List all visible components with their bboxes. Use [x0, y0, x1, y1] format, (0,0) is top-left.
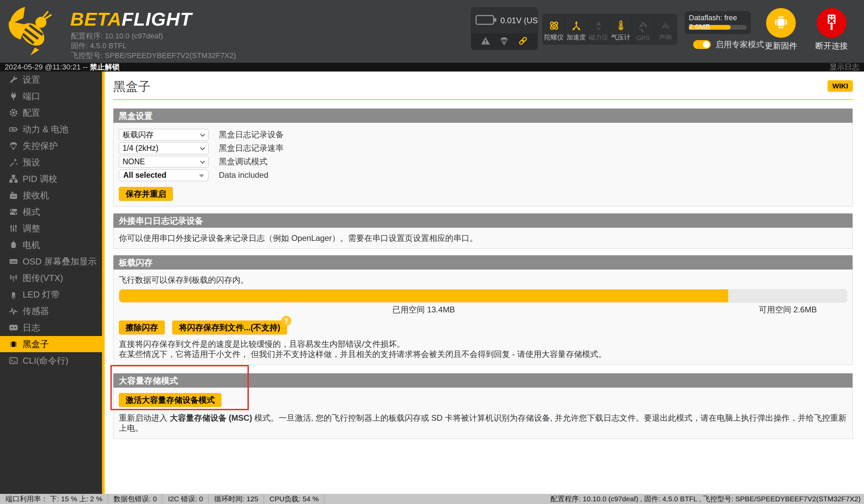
plug-icon: [9, 91, 18, 101]
sitemap-icon: [9, 174, 18, 184]
blackbox-rate-label: 黑盒日志记录速率: [219, 143, 284, 153]
firmware-version: 固件: 4.5.0 BTFL: [71, 41, 236, 51]
flash-free-label-box: 可用空间 2.6MB: [728, 304, 847, 315]
wiki-button[interactable]: WIKI: [828, 80, 853, 92]
motor-icon: [9, 240, 18, 250]
wrench-icon: [9, 75, 18, 84]
toggles-icon: [9, 207, 18, 217]
flash-warning-line2: 在某些情况下，它将适用于小文件， 但我们并不支持这样做，并且相关的支持请求将会被…: [119, 349, 847, 359]
sensor-sonar: 声呐: [654, 14, 676, 44]
receiver-icon: [9, 190, 18, 200]
barometer-icon: [615, 20, 626, 32]
magnetometer-icon: N: [593, 20, 604, 32]
sensor-accelerometer: 加速度: [565, 14, 587, 44]
blackbox-rate-select[interactable]: 1/4 (2kHz): [119, 143, 209, 154]
main-content: 黑盒子 WIKI 黑盒设置 板载闪存 黑盒日志记录设备 1/4 (2kHz): [105, 72, 864, 494]
onboard-flash-text: 飞行数据可以保存到板载的闪存内。: [119, 275, 847, 285]
sidebar-item-pid-tuning[interactable]: PID 调校: [0, 171, 102, 187]
dataflash-label: Dataflash: free: [689, 14, 747, 22]
blackbox-settings-card: 黑盒设置 板载闪存 黑盒日志记录设备 1/4 (2kHz) 黑盒日志记录速率: [113, 108, 853, 207]
warning-icon: [480, 36, 491, 47]
version-info: 配置程序: 10.10.0 (c97deaf) 固件: 4.5.0 BTFL 飞…: [71, 31, 236, 60]
vtx-antenna-icon: [9, 273, 18, 283]
led-icon: [9, 290, 18, 299]
activate-msc-button[interactable]: 激活大容量存储设备模式: [119, 393, 221, 407]
sidebar-item-blackbox[interactable]: 黑盒子: [0, 336, 102, 353]
app-header: BETAFLIGHT 配置程序: 10.10.0 (c97deaf) 固件: 4…: [0, 0, 864, 63]
data-included-label: Data included: [219, 170, 268, 180]
sidebar-item-failsafe[interactable]: 失控保护: [0, 138, 102, 154]
sidebar-accent-bar: [102, 72, 105, 494]
sensor-barometer: 气压计: [610, 14, 632, 44]
sidebar-item-modes[interactable]: 模式: [0, 204, 102, 220]
sidebar-item-power-battery[interactable]: 动力 & 电池: [0, 121, 102, 138]
flash-used-label-box: 已用空间 13.4MB: [119, 304, 728, 315]
blackbox-settings-header: 黑盒设置: [113, 109, 853, 123]
cpu-load-status: CPU负载: 54 %: [264, 494, 324, 504]
sidebar-item-logging[interactable]: 日志: [0, 319, 102, 336]
gear-icon: [9, 108, 18, 118]
osd-icon: OSD: [9, 257, 18, 266]
parachute-icon: [9, 141, 18, 150]
flash-usage-bar: [119, 289, 847, 303]
usb-link-icon: [518, 36, 528, 47]
sidebar-item-motors[interactable]: 电机: [0, 237, 102, 253]
dataflash-indicator: Dataflash: free 2.6MB: [685, 11, 751, 34]
log-status-bar: 2024-05-29 @11:30:21 -- 禁止解锁 显示日志: [0, 63, 864, 72]
mass-storage-text: 重新启动进入 大容量存储设备 (MSC) 模式。一旦激活, 您的飞行控制器上的板…: [119, 413, 847, 433]
disconnect-button[interactable]: 断开连接: [808, 8, 855, 51]
log-timestamp: 2024-05-29 @11:30:21 -- 禁止解锁: [5, 63, 120, 72]
sidebar-item-sensors[interactable]: 传感器: [0, 303, 102, 319]
sidebar-nav: 设置 端口 配置 动力 & 电池 失控保护 预设 PID 调校 接收机: [0, 72, 102, 494]
mass-storage-card: 大容量存储模式 激活大容量存储设备模式 重新启动进入 大容量存储设备 (MSC)…: [113, 373, 853, 439]
battery-icon: [9, 124, 18, 134]
dataflash-free-value: 2.6MB: [689, 23, 710, 32]
sidebar-item-vtx[interactable]: 图传(VTX): [0, 270, 102, 286]
flash-warning-line1: 直接将闪存保存到文件是的速度是比较缓慢的，且容易发生内部错误/文件损坏。: [119, 339, 847, 349]
blackbox-device-label: 黑盒日志记录设备: [219, 129, 284, 140]
accelerometer-icon: [571, 20, 582, 32]
sidebar-item-presets[interactable]: 预设: [0, 154, 102, 171]
sidebar-item-receiver[interactable]: 接收机: [0, 187, 102, 204]
sliders-icon: [9, 224, 18, 233]
save-flash-to-file-button[interactable]: 将闪存保存到文件...(不支持): [172, 320, 287, 334]
gyro-icon: [548, 20, 560, 32]
sensor-gyro: 陀螺仪: [543, 14, 565, 44]
page-title: 黑盒子: [113, 78, 853, 95]
help-icon[interactable]: ?: [281, 316, 291, 326]
sensor-status-bar: 陀螺仪 加速度 N: [543, 14, 677, 45]
expert-mode-toggle[interactable]: [693, 40, 711, 49]
flash-used-fill: [119, 290, 728, 302]
show-log-link[interactable]: 显示日志: [830, 63, 859, 72]
sidebar-item-led-strip[interactable]: LED 灯带: [0, 286, 102, 303]
betaflight-bee-logo-icon: [5, 5, 63, 57]
sidebar-item-ports[interactable]: 端口: [0, 88, 102, 105]
flash-free-label: 可用空间 2.6MB: [759, 305, 817, 314]
data-included-multiselect[interactable]: All selected: [119, 169, 209, 181]
serial-logging-header: 外接串口日志记录设备: [113, 213, 853, 228]
save-reboot-button[interactable]: 保存并重启: [119, 187, 173, 201]
betaflight-wordmark: BETAFLIGHT: [70, 8, 192, 30]
triangle-down-icon: [199, 174, 204, 177]
sidebar-item-adjustments[interactable]: 调整: [0, 220, 102, 237]
configurator-version: 配置程序: 10.10.0 (c97deaf): [71, 31, 236, 41]
flash-used-label: 已用空间 13.4MB: [392, 305, 455, 314]
usb-disconnect-icon: [823, 13, 840, 33]
sonar-icon: [660, 20, 671, 32]
svg-text:N: N: [597, 26, 600, 32]
blackbox-debug-select[interactable]: NONE: [119, 156, 209, 168]
onboard-flash-header: 板载闪存: [113, 255, 853, 270]
waveform-icon: [9, 306, 18, 316]
wand-icon: [9, 158, 18, 167]
sidebar-item-configuration[interactable]: 配置: [0, 105, 102, 121]
sidebar-item-osd[interactable]: OSD OSD 屏幕叠加显示: [0, 253, 102, 270]
erase-flash-button[interactable]: 擦除闪存: [119, 320, 165, 334]
i2c-errors-status: I2C 错误: 0: [163, 494, 209, 504]
board-id: 飞控型号: SPBE/SPEEDYBEEF7V2(STM32F7X2): [71, 51, 236, 60]
gps-icon: [637, 21, 649, 33]
update-firmware-button[interactable]: 更新固件: [757, 8, 805, 51]
sidebar-item-cli[interactable]: CLI(命令行): [0, 353, 102, 369]
mass-storage-header: 大容量存储模式: [113, 373, 853, 388]
blackbox-device-select[interactable]: 板载闪存: [119, 129, 209, 141]
sidebar-item-setup[interactable]: 设置: [0, 72, 102, 88]
